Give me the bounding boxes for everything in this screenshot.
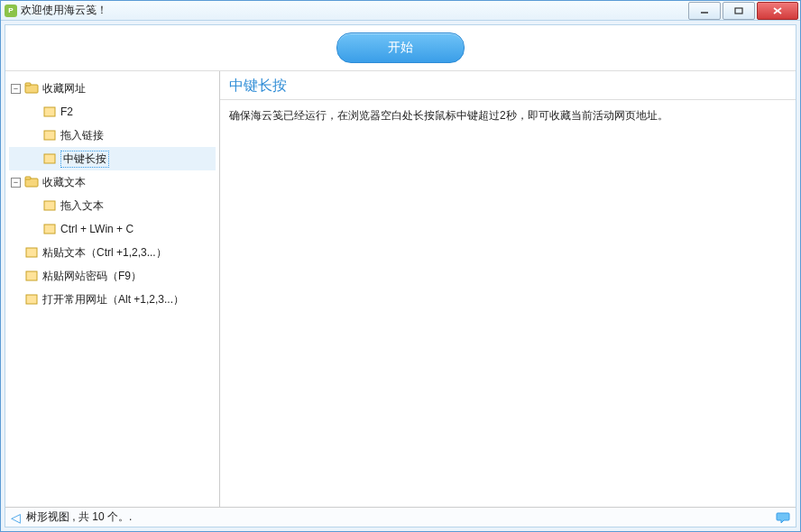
svg-rect-15 xyxy=(26,295,37,304)
tree-label: 中键长按 xyxy=(60,151,109,168)
sidebar-tree[interactable]: − 收藏网址 xyxy=(5,71,220,507)
spacer xyxy=(29,154,39,164)
collapse-toggle-icon[interactable]: − xyxy=(11,178,21,188)
app-icon: P xyxy=(5,5,17,17)
tree-item-f2[interactable]: F2 xyxy=(9,100,216,124)
speech-bubble-icon[interactable] xyxy=(776,511,790,524)
minimize-button[interactable] xyxy=(688,2,721,20)
tree-item-tuoru-wenben[interactable]: 拖入文本 xyxy=(9,194,216,217)
content-title: 中键长按 xyxy=(220,71,796,100)
tree-label: 收藏网址 xyxy=(42,81,86,96)
spacer xyxy=(11,271,21,281)
tree-item-zhongjian-changan[interactable]: 中键长按 xyxy=(9,147,216,170)
svg-rect-11 xyxy=(44,201,55,210)
svg-rect-10 xyxy=(25,177,31,179)
app-window: P 欢迎使用海云笺！ 开始 xyxy=(0,0,801,532)
tree-label: 拖入文本 xyxy=(60,198,104,214)
svg-rect-1 xyxy=(735,8,742,14)
status-left: ◁ 树形视图 , 共 10 个。. xyxy=(11,509,132,525)
content-body: 确保海云笺已经运行，在浏览器空白处长按鼠标中键超过2秒，即可收藏当前活动网页地址… xyxy=(220,100,796,507)
client-area: 开始 − 收藏网址 xyxy=(5,24,796,527)
tree-item-niantie-mima[interactable]: 粘贴网站密码（F9） xyxy=(9,264,216,288)
back-arrow-icon[interactable]: ◁ xyxy=(11,511,21,524)
svg-rect-14 xyxy=(26,271,37,280)
spacer xyxy=(11,248,21,258)
folder-open-icon xyxy=(24,176,39,188)
tree-label: Ctrl + LWin + C xyxy=(60,223,134,235)
item-icon xyxy=(42,129,57,142)
tree-label: 收藏文本 xyxy=(42,175,86,190)
tree-label: F2 xyxy=(60,105,73,118)
tree-item-dakai-wangzhi[interactable]: 打开常用网址（Alt +1,2,3...） xyxy=(9,288,216,311)
status-text: 树形视图 , 共 10 个。. xyxy=(26,509,132,525)
tree-item-tuoru-lianjie[interactable]: 拖入链接 xyxy=(9,124,216,147)
item-icon xyxy=(24,270,39,282)
item-icon xyxy=(24,293,39,306)
item-icon xyxy=(42,223,57,235)
tree-label: 粘贴文本（Ctrl +1,2,3...） xyxy=(42,245,167,261)
spacer xyxy=(11,295,21,305)
item-icon xyxy=(24,246,39,259)
content-pane: 中键长按 确保海云笺已经运行，在浏览器空白处长按鼠标中键超过2秒，即可收藏当前活… xyxy=(220,71,796,507)
spacer xyxy=(29,131,39,141)
collapse-toggle-icon[interactable]: − xyxy=(11,84,21,94)
tree: − 收藏网址 xyxy=(9,77,216,311)
tree-item-niantie-wenben[interactable]: 粘贴文本（Ctrl +1,2,3...） xyxy=(9,241,216,264)
titlebar-left: P 欢迎使用海云笺！ xyxy=(5,3,107,18)
main-area: − 收藏网址 xyxy=(5,70,796,507)
svg-rect-5 xyxy=(25,83,31,86)
spacer xyxy=(29,107,39,117)
titlebar: P 欢迎使用海云笺！ xyxy=(1,1,800,21)
tree-label: 拖入链接 xyxy=(60,128,104,143)
item-icon xyxy=(42,199,57,212)
tree-label: 粘贴网站密码（F9） xyxy=(42,269,142,284)
status-right xyxy=(776,511,790,524)
statusbar: ◁ 树形视图 , 共 10 个。. xyxy=(5,507,796,527)
window-controls xyxy=(688,1,800,20)
spacer xyxy=(29,225,39,234)
maximize-button[interactable] xyxy=(723,2,755,20)
spacer xyxy=(29,201,39,211)
tree-folder-shoucang-wangzhi[interactable]: − 收藏网址 xyxy=(9,77,216,100)
svg-rect-13 xyxy=(26,248,37,257)
item-icon xyxy=(42,105,57,118)
folder-open-icon xyxy=(24,82,39,95)
start-button[interactable]: 开始 xyxy=(336,32,465,63)
tree-folder-shoucang-wenben[interactable]: − 收藏文本 xyxy=(9,170,216,194)
top-toolbar: 开始 xyxy=(5,25,796,70)
svg-rect-6 xyxy=(44,107,55,116)
svg-rect-8 xyxy=(44,154,55,163)
close-button[interactable] xyxy=(757,2,798,20)
svg-rect-7 xyxy=(44,131,55,140)
item-icon xyxy=(42,152,57,165)
window-title: 欢迎使用海云笺！ xyxy=(21,3,107,18)
svg-rect-12 xyxy=(44,225,55,234)
tree-label: 打开常用网址（Alt +1,2,3...） xyxy=(42,292,184,307)
tree-item-ctrl-lwin-c[interactable]: Ctrl + LWin + C xyxy=(9,217,216,241)
